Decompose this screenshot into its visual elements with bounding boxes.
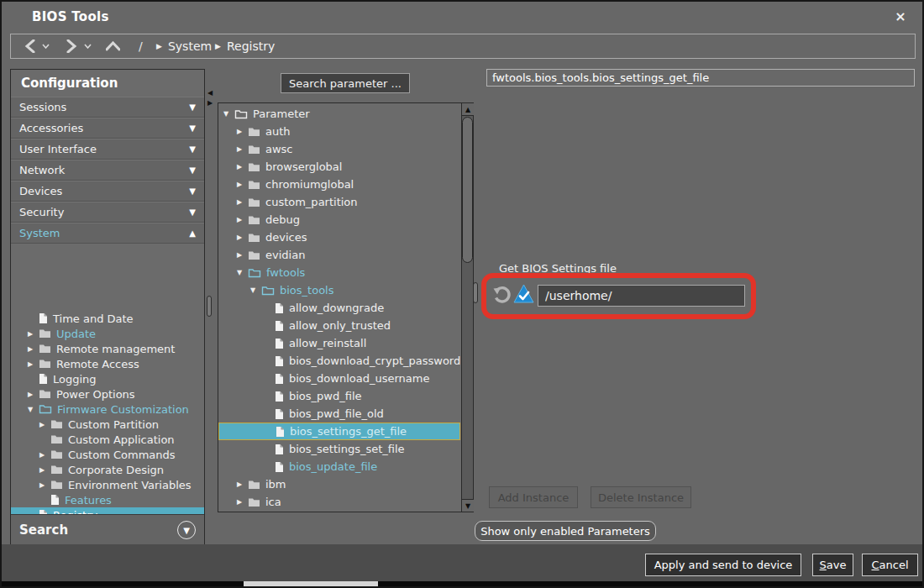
- tree-item-ibm[interactable]: ▶ibm: [218, 475, 460, 493]
- tree-item-custom-application[interactable]: Custom Application: [11, 432, 204, 447]
- collapse-left-icon[interactable]: ◀: [207, 90, 213, 97]
- expand-icon[interactable]: ▶: [237, 498, 248, 506]
- tree-item-bios_settings_set_file[interactable]: bios_settings_set_file: [218, 440, 460, 458]
- sidebar-section-sessions[interactable]: Sessions▼: [11, 97, 204, 118]
- expand-icon[interactable]: ▶: [28, 330, 39, 338]
- breadcrumb-root[interactable]: /: [139, 39, 143, 53]
- sidebar-section-user-interface[interactable]: User Interface▼: [11, 139, 204, 160]
- tree-item-allow_only_trusted[interactable]: allow_only_trusted: [218, 317, 460, 334]
- breadcrumb-system[interactable]: ▶ System: [156, 34, 212, 58]
- save-button[interactable]: Save: [812, 554, 853, 576]
- parameter-path-field[interactable]: fwtools.bios_tools.bios_settings_get_fil…: [486, 69, 915, 87]
- show-only-enabled-button[interactable]: Show only enabled Parameters: [475, 521, 656, 541]
- forward-history-dropdown-icon[interactable]: [81, 34, 93, 58]
- breadcrumb-registry[interactable]: ▶ Registry: [215, 34, 275, 58]
- folder-icon: [50, 465, 63, 475]
- tree-item-remote-access[interactable]: ▶Remote Access: [11, 356, 204, 371]
- expand-icon[interactable]: ▶: [237, 128, 248, 135]
- expand-icon[interactable]: ▶: [237, 181, 248, 188]
- expand-icon[interactable]: ▶: [237, 234, 248, 241]
- tree-item-bios_update_file[interactable]: bios_update_file: [218, 458, 460, 475]
- tree-item-fwtools[interactable]: ▼fwtools: [218, 264, 460, 281]
- forward-button[interactable]: [63, 34, 80, 58]
- collapse-icon[interactable]: ▼: [28, 406, 39, 413]
- add-instance-button[interactable]: Add Instance: [489, 486, 578, 508]
- sidebar-section-network[interactable]: Network▼: [11, 160, 204, 181]
- search-section-header[interactable]: Search ▼: [11, 514, 204, 545]
- expand-icon[interactable]: ▶: [28, 345, 39, 353]
- tree-item-label: custom_partition: [265, 196, 358, 208]
- search-parameter-button[interactable]: Search parameter ...: [281, 73, 410, 93]
- tree-item-allow_reinstall[interactable]: allow_reinstall: [218, 334, 460, 352]
- splitter-grip[interactable]: [207, 296, 212, 317]
- delete-instance-button[interactable]: Delete Instance: [591, 486, 691, 508]
- tree-item-bios_download_username[interactable]: bios_download_username: [218, 370, 460, 387]
- tree-item-power-options[interactable]: ▶Power Options: [11, 386, 204, 402]
- expand-search-icon[interactable]: ▼: [177, 521, 196, 539]
- expand-icon[interactable]: ▶: [237, 480, 248, 488]
- tree-item-bios_tools[interactable]: ▼bios_tools: [218, 281, 460, 299]
- back-button[interactable]: [21, 34, 38, 58]
- tree-item-parameter[interactable]: ▼Parameter: [218, 105, 460, 123]
- tree-item-debug[interactable]: ▶debug: [218, 211, 460, 228]
- cancel-button[interactable]: Cancel: [862, 554, 918, 576]
- tree-item-allow_downgrade[interactable]: allow_downgrade: [218, 299, 460, 317]
- file-icon: [276, 426, 285, 438]
- tree-item-update[interactable]: ▶Update: [11, 326, 204, 341]
- tree-item-custom_partition[interactable]: ▶custom_partition: [218, 193, 460, 211]
- tree-item-devices[interactable]: ▶devices: [218, 228, 460, 246]
- tree-item-bios_pwd_file[interactable]: bios_pwd_file: [218, 387, 460, 405]
- tree-item-logging[interactable]: Logging: [11, 371, 204, 386]
- tree-item-custom-partition[interactable]: ▶Custom Partition: [11, 417, 204, 432]
- expand-icon[interactable]: ▶: [237, 163, 248, 171]
- tree-item-ica[interactable]: ▶ica: [218, 493, 460, 511]
- tree-item-browserglobal[interactable]: ▶browserglobal: [218, 158, 460, 176]
- sidebar-section-devices[interactable]: Devices▼: [11, 181, 204, 202]
- tree-item-firmware-customization[interactable]: ▼Firmware Customization: [11, 402, 204, 417]
- expand-icon[interactable]: ▶: [237, 198, 248, 206]
- settings-file-input[interactable]: [538, 285, 745, 307]
- scroll-down-icon[interactable]: ▼: [462, 499, 474, 512]
- tree-item-bios_download_crypt_password[interactable]: bios_download_crypt_password: [218, 352, 460, 370]
- tree-item-chromiumglobal[interactable]: ▶chromiumglobal: [218, 176, 460, 193]
- expand-right-icon[interactable]: ▶: [207, 100, 213, 107]
- up-level-button[interactable]: [103, 34, 122, 58]
- tree-item-corporate-design[interactable]: ▶Corporate Design: [11, 462, 204, 477]
- tree-item-remote-management[interactable]: ▶Remote management: [11, 341, 204, 356]
- expand-icon[interactable]: ▶: [39, 466, 50, 474]
- tree-item-auth[interactable]: ▶auth: [218, 123, 460, 140]
- tree-item-custom-commands[interactable]: ▶Custom Commands: [11, 447, 204, 462]
- expand-icon[interactable]: ▶: [237, 251, 248, 259]
- file-icon: [275, 355, 284, 367]
- expand-icon[interactable]: ▶: [28, 391, 39, 398]
- tree-item-features[interactable]: Features: [11, 492, 204, 507]
- parameter-enabled-checkbox[interactable]: [513, 283, 534, 304]
- scroll-up-icon[interactable]: ▲: [462, 103, 474, 116]
- collapse-icon[interactable]: ▼: [223, 110, 234, 118]
- expand-icon[interactable]: ▶: [39, 451, 50, 459]
- tree-item-evidian[interactable]: ▶evidian: [218, 246, 460, 264]
- close-icon[interactable]: ×: [892, 8, 909, 25]
- tree-item-bios_settings_get_file[interactable]: bios_settings_get_file: [218, 423, 460, 440]
- expand-icon[interactable]: ▶: [237, 216, 248, 223]
- sidebar-section-security[interactable]: Security▼: [11, 202, 204, 223]
- tree-item-time-and-date[interactable]: Time and Date: [11, 311, 204, 326]
- collapse-icon[interactable]: ▼: [237, 269, 248, 276]
- apply-and-send-button[interactable]: Apply and send to device: [645, 554, 801, 576]
- expand-icon[interactable]: ▶: [28, 360, 39, 368]
- tree-item-bios_pwd_file_old[interactable]: bios_pwd_file_old: [218, 405, 460, 423]
- tree-item-environment-variables[interactable]: ▶Environment Variables: [11, 477, 204, 492]
- back-history-dropdown-icon[interactable]: [39, 34, 51, 58]
- expand-icon[interactable]: ▶: [39, 421, 50, 428]
- scrollbar[interactable]: ▲ ▼: [461, 103, 473, 512]
- expand-icon[interactable]: ▶: [237, 145, 248, 153]
- tree-item-awsc[interactable]: ▶awsc: [218, 140, 460, 158]
- expand-icon[interactable]: ▶: [39, 481, 50, 489]
- sidebar-section-system[interactable]: System▲: [11, 223, 204, 244]
- scrollbar-thumb[interactable]: [462, 117, 473, 263]
- sidebar-section-accessories[interactable]: Accessories▼: [11, 118, 204, 139]
- reset-to-default-icon[interactable]: [492, 286, 512, 305]
- collapse-icon[interactable]: ▼: [250, 286, 261, 294]
- folder-icon: [50, 434, 63, 444]
- folder-icon: [248, 497, 260, 507]
